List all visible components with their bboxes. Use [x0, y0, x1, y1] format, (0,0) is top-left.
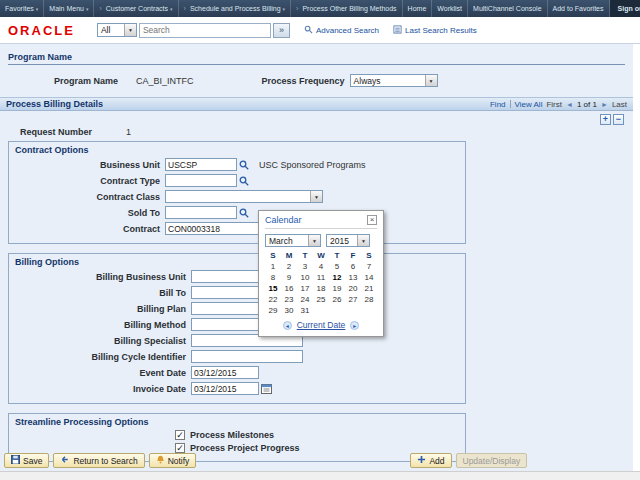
sold-to-lookup-icon[interactable] — [239, 208, 249, 218]
previous-row-icon[interactable]: ◄ — [566, 101, 573, 108]
nav-add-to-favorites-link[interactable]: Add to Favorites — [548, 0, 610, 17]
calendar-day[interactable]: 7 — [361, 262, 377, 271]
breadcrumb-customer-contracts[interactable]: › Customer Contracts ▾ — [94, 0, 178, 17]
calendar-day[interactable]: 4 — [313, 262, 329, 271]
calendar-day[interactable]: 24 — [297, 295, 313, 304]
billing-business-unit-row: Billing Business Unit — [15, 270, 459, 283]
search-scope-select[interactable]: All ▼ — [97, 23, 137, 37]
billing-cycle-identifier-input[interactable] — [191, 350, 303, 363]
process-milestones-checkbox[interactable]: ✓ — [175, 430, 185, 440]
nav-worklist-label: Worklist — [437, 5, 462, 12]
header-bar: ORACLE All ▼ » Advanced Search Last Sear… — [0, 17, 640, 44]
calendar-day[interactable]: 9 — [281, 273, 297, 282]
calendar-day[interactable]: 29 — [265, 306, 281, 315]
nav-worklist-link[interactable]: Worklist — [432, 0, 468, 17]
calendar-day[interactable]: 25 — [313, 295, 329, 304]
contract-input[interactable] — [165, 222, 270, 235]
calendar-day[interactable]: 22 — [265, 295, 281, 304]
calendar-day[interactable]: 2 — [281, 262, 297, 271]
last-search-results-link[interactable]: Last Search Results — [393, 25, 477, 36]
add-row-button[interactable]: + — [600, 114, 611, 125]
current-date-link[interactable]: Current Date — [297, 320, 346, 330]
return-to-search-button[interactable]: Return to Search — [53, 453, 144, 468]
breadcrumb-separator-icon: › — [296, 5, 298, 12]
chevron-down-icon: ▾ — [36, 6, 39, 12]
close-icon[interactable]: × — [367, 215, 377, 225]
calendar-day[interactable]: 11 — [313, 273, 329, 282]
delete-row-button[interactable]: − — [613, 114, 624, 125]
invoice-date-input[interactable] — [191, 382, 259, 395]
breadcrumb-separator-icon: › — [99, 5, 101, 12]
calendar-day[interactable]: 31 — [297, 306, 313, 315]
nav-multichannel-console-link[interactable]: MultiChannel Console — [468, 0, 547, 17]
calendar-day[interactable]: 16 — [281, 284, 297, 293]
breadcrumb-schedule-process-billing[interactable]: › Schedule and Process Billing ▾ — [179, 0, 292, 17]
billing-plan-row: Billing Plan — [15, 302, 459, 315]
next-row-icon[interactable]: ► — [601, 101, 608, 108]
nav-favorites[interactable]: Favorites ▾ — [0, 0, 44, 17]
minus-icon: − — [616, 114, 621, 124]
calendar-day[interactable]: 14 — [361, 273, 377, 282]
breadcrumb-process-other-billing-methods[interactable]: › Process Other Billing Methods — [291, 0, 403, 17]
calendar-day[interactable]: 30 — [281, 306, 297, 315]
calendar-day[interactable] — [313, 306, 329, 315]
contract-type-lookup-icon[interactable] — [239, 176, 249, 186]
calendar-day[interactable]: 17 — [297, 284, 313, 293]
calendar-day[interactable]: 27 — [345, 295, 361, 304]
previous-month-icon[interactable]: ◄ — [283, 321, 292, 330]
calendar-day[interactable]: 28 — [361, 295, 377, 304]
sold-to-label: Sold To — [15, 208, 165, 218]
sold-to-row: Sold To — [15, 206, 459, 219]
calendar-day[interactable]: 1 — [265, 262, 281, 271]
calendar-day[interactable] — [361, 306, 377, 315]
nav-home-link[interactable]: Home — [403, 0, 433, 17]
next-month-icon[interactable]: ► — [350, 321, 359, 330]
contract-type-input[interactable] — [165, 174, 237, 187]
advanced-search-label: Advanced Search — [316, 26, 379, 35]
view-all-link[interactable]: View All — [515, 100, 543, 109]
find-link[interactable]: Find — [490, 100, 506, 109]
check-icon: ✓ — [176, 431, 184, 439]
calendar-day[interactable]: 20 — [345, 284, 361, 293]
calendar-prompt-icon[interactable] — [261, 383, 272, 394]
calendar-month-value: March — [266, 235, 308, 246]
calendar-day[interactable]: 26 — [329, 295, 345, 304]
calendar-day[interactable]: 8 — [265, 273, 281, 282]
save-button[interactable]: Save — [4, 453, 49, 468]
sign-out-button[interactable]: Sign out — [610, 0, 640, 17]
process-project-progress-checkbox[interactable]: ✓ — [175, 443, 185, 453]
calendar-day[interactable] — [329, 306, 345, 315]
calendar-day[interactable]: 18 — [313, 284, 329, 293]
search-go-button[interactable]: » — [273, 23, 290, 38]
calendar-year-select[interactable]: 2015 ▼ — [326, 234, 370, 247]
add-button[interactable]: Add — [410, 453, 451, 468]
calendar-day[interactable] — [345, 306, 361, 315]
advanced-search-link[interactable]: Advanced Search — [304, 25, 379, 36]
calendar-day[interactable]: 23 — [281, 295, 297, 304]
calendar-day[interactable]: 21 — [361, 284, 377, 293]
notify-button[interactable]: Notify — [149, 453, 197, 468]
calendar-month-select[interactable]: March ▼ — [265, 234, 321, 247]
request-number-label: Request Number — [20, 127, 92, 137]
sold-to-input[interactable] — [165, 206, 237, 219]
calendar-day[interactable]: 6 — [345, 262, 361, 271]
billing-method-row: Billing Method — [15, 318, 459, 331]
calendar-day[interactable]: 5 — [329, 262, 345, 271]
contract-options-title: Contract Options — [15, 145, 459, 155]
calendar-day[interactable]: 3 — [297, 262, 313, 271]
business-unit-input[interactable] — [165, 158, 237, 171]
calendar-day-today[interactable]: 15 — [265, 284, 281, 293]
contract-label: Contract — [15, 224, 165, 234]
calendar-day-selected[interactable]: 12 — [329, 273, 345, 282]
process-frequency-select[interactable]: Always ▼ — [350, 74, 438, 87]
contract-class-select[interactable]: ▼ — [165, 190, 323, 203]
calendar-day[interactable]: 10 — [297, 273, 313, 282]
calendar-day[interactable]: 13 — [345, 273, 361, 282]
calendar-day[interactable]: 19 — [329, 284, 345, 293]
business-unit-lookup-icon[interactable] — [239, 160, 249, 170]
billing-plan-label: Billing Plan — [15, 304, 191, 314]
event-date-input[interactable] — [191, 366, 259, 379]
row-count-label: 1 of 1 — [577, 100, 597, 109]
search-input[interactable] — [139, 23, 271, 38]
nav-main-menu[interactable]: Main Menu ▾ — [44, 0, 94, 17]
